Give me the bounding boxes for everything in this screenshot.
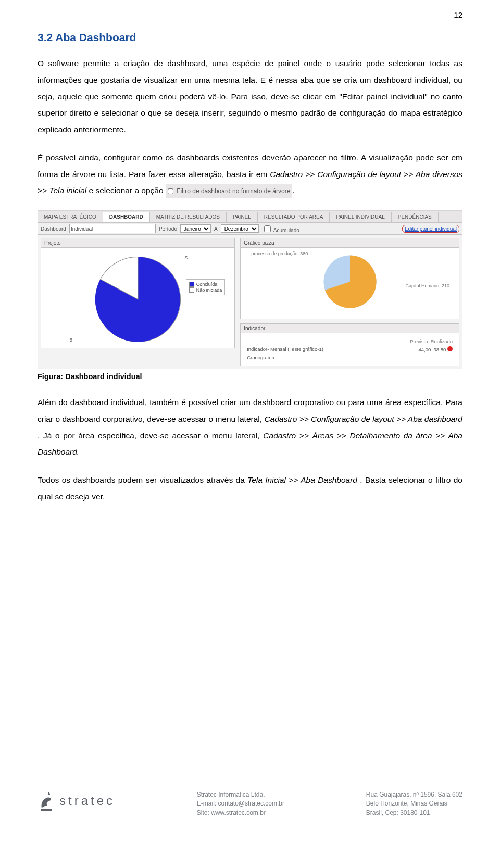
footer-cep: Brasil, Cep: 30180-101 [366,809,463,817]
indicator-row1-real: 38,80 [434,347,446,353]
paragraph-1: O software permite a criação de dashboar… [38,55,463,138]
pie-chart-pizza [321,253,379,310]
tab-mapa-estrategico[interactable]: MAPA ESTRATÉGICO [38,212,103,222]
col-realizado: Realizado [431,338,453,344]
status-dot-icon [447,346,453,351]
footer-logo: stratec [38,790,115,811]
paragraph-3: Além do dashboard individual, também é p… [38,394,463,460]
paragraph-4: Todos os dashboards podem ser visualizad… [38,472,463,505]
panel-pizza: Gráfico pizza processo de produção, 380 … [240,238,459,319]
footer-site: Site: www.stratec.com.br [197,809,284,817]
page-number: 12 [454,10,463,19]
filter-bar: Dashboard Individual Período Janeiro A D… [38,223,463,235]
edit-panel-link[interactable]: Editar painel individual [402,225,459,233]
tab-dashboard[interactable]: DASHBOARD [103,212,150,222]
dashboard-select[interactable]: Individual [69,224,156,233]
pie-label-s: S [184,255,188,260]
periodo-to-select[interactable]: Dezembro [221,224,259,233]
legend-swatch-blue [189,282,194,287]
tab-bar: MAPA ESTRATÉGICO DASHBOARD MATRIZ DE RES… [38,211,463,223]
filter-label-periodo: Período [159,226,177,232]
para3-b: . Já o por área específica, deve-se aces… [38,431,263,440]
footer-city: Belo Horizonte, Minas Gerais [366,799,463,808]
indicator-row1-prev: 44,00 [419,347,431,353]
legend-nao-iniciada: Não iniciada [196,287,222,293]
figure-caption: Figura: Dashboard individual [38,372,463,381]
footer: stratec Stratec Informática Ltda. E-mail… [38,790,463,817]
indicator-table: Previsto Realizado Indicador- Mensal (Te… [245,337,455,361]
para4-a: Todos os dashboards podem ser visualizad… [38,475,247,484]
panel-projeto-header: Projeto [41,238,234,248]
acumulado-label: Acumulado [273,228,299,233]
filter-format-option[interactable]: Filtro de dashboard no formato de árvore [166,184,292,198]
acumulado-checkbox[interactable] [264,225,271,232]
panel-indicador: Indicador Previsto Realizado Indicador- … [240,323,459,366]
footer-street: Rua Guajajaras, nº 1596, Sala 602 [366,790,463,799]
footer-company: Stratec Informática Ltda. [197,790,284,799]
pie-chart-projeto [94,255,182,344]
filter-label-dashboard: Dashboard [41,226,66,232]
pie-label-5: 5 [70,337,72,343]
pie-legend: Concluída Não iniciada [186,279,226,295]
filter-label-a: A [214,226,218,232]
chess-knight-icon [38,790,55,811]
col-previsto: Previsto [410,338,428,344]
filter-format-checkbox[interactable] [168,188,173,194]
indicator-row-2: Cronograma [245,354,455,361]
section-heading: 3.2 Aba Dashboard [38,31,463,44]
pizza-label-processo: processo de produção, 380 [251,251,308,256]
para4-path: Tela Inicial >> Aba Dashboard [247,475,357,484]
para3-path1: Cadastro >> Configuração de layout >> Ab… [264,414,463,423]
paragraph-2: É possível ainda, configurar como os das… [38,149,463,199]
legend-swatch-white [189,287,194,293]
panel-indicador-header: Indicador [241,324,459,333]
panel-projeto: Projeto S 5 Concluída Não iniciada [41,238,235,348]
footer-col-contact: Stratec Informática Ltda. E-mail: contat… [197,790,284,817]
tab-pendencias[interactable]: PENDÊNCIAS [392,212,439,222]
periodo-from-select[interactable]: Janeiro [180,224,211,233]
pizza-label-capital: Capital Humano, 210 [405,283,449,288]
footer-col-address: Rua Guajajaras, nº 1596, Sala 602 Belo H… [366,790,463,817]
tab-painel[interactable]: PAINEL [227,212,258,222]
indicator-row2-name: Cronograma [247,355,274,360]
legend-concluida: Concluída [196,282,218,287]
indicator-row1-name: Indicador- Mensal (Teste gráfico-1) [247,346,323,353]
footer-brand-text: stratec [59,794,115,808]
dashboard-screenshot: MAPA ESTRATÉGICO DASHBOARD MATRIZ DE RES… [38,210,463,369]
filter-format-label: Filtro de dashboard no formato de árvore [177,187,290,195]
para2-b: e selecionar a opção [89,186,166,195]
tab-matriz[interactable]: MATRIZ DE RESULTADOS [150,212,227,222]
footer-email: E-mail: contato@stratec.com.br [197,799,284,808]
indicator-row-1: Indicador- Mensal (Teste gráfico-1) 44,0… [245,345,455,354]
tab-resultado-area[interactable]: RESULTADO POR AREA [258,212,330,222]
acumulado-checkbox-wrap[interactable]: Acumulado [262,224,299,234]
panel-pizza-header: Gráfico pizza [241,238,459,248]
tab-painel-individual[interactable]: PAINEL INDIVIDUAL [330,212,391,222]
